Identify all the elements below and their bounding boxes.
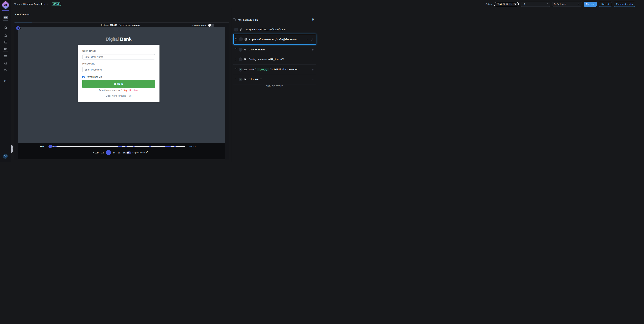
status-badge: ACTIVE <box>51 2 62 6</box>
step-text: Click Withdraw <box>249 48 265 51</box>
cursor-click-icon <box>244 58 247 61</box>
interact-mode-toggle[interactable] <box>208 24 214 27</box>
help-link[interactable]: Click here for help (P3) <box>78 94 160 97</box>
auto-login-row: Automatically login <box>233 18 258 21</box>
seek-activity-segment <box>133 146 134 147</box>
avatar[interactable]: DC <box>3 154 8 159</box>
password-input[interactable] <box>82 67 155 72</box>
step-number-badge: 5 <box>239 68 242 71</box>
step-row-5[interactable]: 5 Write " ${AMT_1} " in INPUT with id am… <box>233 64 316 74</box>
edit-pencil-icon[interactable] <box>312 48 314 51</box>
bank-app-title: Digital Bank <box>78 36 160 42</box>
remember-me-label: Remember Me <box>86 75 102 78</box>
drag-handle-icon[interactable] <box>234 58 237 61</box>
tab-last-execution[interactable]: Last Execution <box>15 13 30 15</box>
edit-pencil-icon[interactable] <box>312 68 314 71</box>
sidebar-settings-button[interactable]: ⚙ <box>4 79 7 83</box>
execution-panel: Test run 922433 Environment staging Inte… <box>14 22 229 159</box>
drag-handle-icon[interactable] <box>235 38 238 41</box>
replay-viewport[interactable]: Digital Bank USER NAME PASSWORD Remember… <box>18 27 225 143</box>
active-nav-underline <box>3 51 8 51</box>
sidebar-item-tree[interactable] <box>4 62 8 66</box>
current-time: 00:00 <box>39 145 45 148</box>
sidebar-item-table[interactable] <box>4 40 8 44</box>
drag-handle-icon[interactable] <box>234 68 237 71</box>
step-row-4[interactable]: 4 Setting parameter AMT_1 to 1000 <box>233 54 316 64</box>
sign-up-link[interactable]: Sign Up Here <box>123 89 138 92</box>
step-row-1[interactable]: 1 Navigate to ${BASE_URL}/bank/home <box>234 27 316 32</box>
step-row-3[interactable]: 3 Click Withdraw <box>233 44 316 55</box>
run-info-bar: Test run 922433 Environment staging Inte… <box>14 23 228 27</box>
breadcrumb-tests[interactable]: Tests <box>14 3 20 5</box>
remember-me-row: Remember Me <box>82 75 102 78</box>
workspace-switcher[interactable]: DB <box>2 14 9 20</box>
keyboard-icon <box>244 68 247 71</box>
total-time: 01:22 <box>190 145 196 148</box>
sidebar-item-list[interactable] <box>4 55 8 58</box>
step-row-6[interactable]: 6 Click INPUT <box>233 74 316 84</box>
sidebar-item-recordings[interactable] <box>4 68 8 72</box>
page-title: Withdraw Funds Test <box>23 3 45 5</box>
skip-inactive-toggle[interactable] <box>127 151 131 154</box>
speed-1x[interactable]: 1x <box>101 151 104 154</box>
cursor-click-icon <box>244 78 247 81</box>
environment-label: Environment <box>119 24 131 26</box>
home-icon <box>4 26 8 29</box>
panel-resizer[interactable] <box>232 8 232 162</box>
speed-8x[interactable]: 8x <box>118 151 120 154</box>
speed-2x-selected[interactable]: 2x <box>106 150 111 155</box>
interact-mode-label: Interact mode <box>192 24 206 27</box>
sign-in-button[interactable]: SIGN IN <box>82 80 155 88</box>
player-controls: ▷ 0.5x 1x 2x 4x 8x 16x skip inactive ⤢ <box>18 150 225 156</box>
edit-pencil-icon[interactable] <box>311 38 314 41</box>
remember-me-checkbox[interactable] <box>82 76 85 78</box>
cursor-click-icon <box>244 48 247 51</box>
drag-handle-icon[interactable] <box>234 48 237 51</box>
table-grid-icon <box>4 40 8 44</box>
header-bar: Tests › Withdraw Funds Test ACTIVE Suite… <box>11 0 322 8</box>
speed-16x[interactable]: 16x <box>123 151 126 154</box>
test-run-id: 922433 <box>110 24 117 26</box>
sidebar-item-home[interactable] <box>4 26 8 29</box>
seek-activity-segment <box>118 146 122 147</box>
steps-settings-button[interactable]: ⚙ <box>311 18 314 21</box>
edit-pencil-icon[interactable] <box>312 58 314 61</box>
seek-activity-segment <box>150 146 151 147</box>
interact-mode-control: Interact mode <box>192 24 214 27</box>
sidebar-collapse-handle[interactable] <box>11 144 13 153</box>
step-number-badge: 6 <box>239 78 242 81</box>
auto-login-label: Automatically login <box>238 18 258 21</box>
gear-icon: ⚙ <box>4 79 7 83</box>
step-text: Click INPUT <box>249 78 262 81</box>
sidebar-item-panels-active[interactable] <box>4 47 8 51</box>
username-input[interactable] <box>82 54 155 59</box>
username-label: USER NAME <box>82 50 96 52</box>
parameter-chip: ${AMT_1} <box>257 68 269 71</box>
chevron-down-icon[interactable] <box>306 38 308 41</box>
seek-track[interactable] <box>52 146 185 147</box>
breadcrumb-separator: › <box>21 3 22 5</box>
lab-flask-icon <box>4 33 8 37</box>
fullscreen-expand-icon[interactable]: ⤢ <box>146 151 148 154</box>
sidebar-item-lab[interactable] <box>4 33 8 37</box>
step-text: Login with username : jsmith@demo.io a..… <box>249 38 299 41</box>
speed-0_5x[interactable]: 0.5x <box>95 151 99 154</box>
toggle-knob <box>208 24 211 27</box>
run-info-text: Test run 922433 Environment staging <box>101 24 140 26</box>
sidebar-divider-bottom <box>2 76 10 76</box>
edit-title-pencil-icon[interactable] <box>46 3 49 5</box>
link-icon <box>240 28 243 31</box>
edit-pencil-icon[interactable] <box>312 78 314 81</box>
toggle-knob <box>127 152 129 154</box>
seek-knob[interactable] <box>48 145 52 148</box>
play-icon[interactable]: ▷ <box>92 151 94 154</box>
step-text: Setting parameter AMT_1 to 1000 <box>249 58 284 61</box>
panels-icon <box>4 47 8 51</box>
auto-login-checkbox[interactable] <box>233 18 236 21</box>
step-text: Navigate to ${BASE_URL}/bank/home <box>246 28 286 31</box>
app-logo[interactable]: AI <box>2 2 9 8</box>
step-row-2-selected[interactable]: 2 Login with username : jsmith@demo.io a… <box>233 34 316 44</box>
seek-activity-segment <box>165 146 169 147</box>
speed-4x[interactable]: 4x <box>112 151 115 154</box>
drag-handle-icon[interactable] <box>234 78 237 81</box>
